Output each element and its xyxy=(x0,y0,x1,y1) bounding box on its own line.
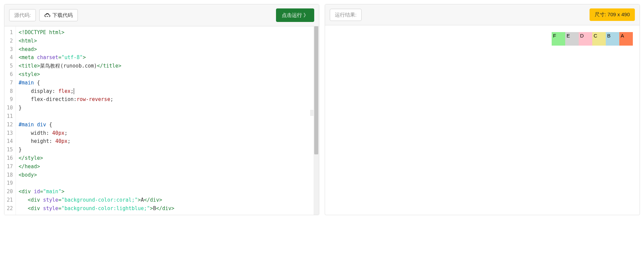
line-number: 15 xyxy=(6,146,13,154)
line-number: 14 xyxy=(6,137,13,146)
line-number: 6 xyxy=(6,70,13,79)
result-panel-header: 运行结果: 尺寸: 709 x 490 xyxy=(325,4,640,25)
code-line[interactable]: } xyxy=(19,146,316,154)
code-editor[interactable]: 12345678910111213141516171819202122 <!DO… xyxy=(4,26,319,215)
line-number: 12 xyxy=(6,121,13,129)
code-line[interactable]: height: 40px; xyxy=(19,137,316,146)
line-number: 4 xyxy=(6,53,13,62)
line-number: 10 xyxy=(6,104,13,112)
line-number: 9 xyxy=(6,95,13,104)
code-line[interactable]: } xyxy=(19,104,316,112)
code-line[interactable]: <!DOCTYPE html> xyxy=(19,28,316,37)
line-number: 22 xyxy=(6,204,13,213)
run-button[interactable]: 点击运行 》 xyxy=(276,8,314,22)
result-body: ABCDEF xyxy=(325,25,640,215)
flex-item: A xyxy=(619,32,633,46)
size-badge: 尺寸: 709 x 490 xyxy=(590,8,635,21)
size-prefix: 尺寸: xyxy=(595,11,607,17)
code-line[interactable]: </style> xyxy=(19,154,316,162)
flex-demo-container: ABCDEF xyxy=(332,32,633,46)
line-number: 3 xyxy=(6,45,13,54)
code-line[interactable]: <div id="main"> xyxy=(19,187,316,196)
source-panel: 源代码: 下载代码 点击运行 》 12345678910111213141516… xyxy=(4,4,319,215)
code-area[interactable]: <!DOCTYPE html><html><head><meta charset… xyxy=(16,26,319,215)
code-line[interactable]: </head> xyxy=(19,162,316,171)
code-line[interactable]: <div style="background-color:coral;">A</… xyxy=(19,196,316,204)
code-line[interactable]: <title>菜鸟教程(runoob.com)</title> xyxy=(19,62,316,70)
line-number: 11 xyxy=(6,112,13,121)
result-panel: 运行结果: 尺寸: 709 x 490 ABCDEF xyxy=(325,4,640,215)
line-number: 2 xyxy=(6,37,13,45)
code-line[interactable]: <div style="background-color:lightblue;"… xyxy=(19,204,316,213)
flex-item: E xyxy=(565,32,579,46)
code-line[interactable]: display: flex; xyxy=(19,87,316,96)
line-number: 19 xyxy=(6,179,13,187)
code-line[interactable]: <meta charset="utf-8"> xyxy=(19,53,316,62)
result-label: 运行结果: xyxy=(330,9,362,21)
flex-item: D xyxy=(579,32,592,46)
flex-item: B xyxy=(606,32,619,46)
app-container: 源代码: 下载代码 点击运行 》 12345678910111213141516… xyxy=(4,4,640,215)
code-line[interactable]: <html> xyxy=(19,37,316,45)
code-line[interactable]: <head> xyxy=(19,45,316,54)
line-number: 8 xyxy=(6,87,13,96)
code-line[interactable]: #main { xyxy=(19,79,316,87)
line-gutter: 12345678910111213141516171819202122 xyxy=(4,26,16,215)
editor-scrollbar[interactable] xyxy=(314,26,319,215)
line-number: 18 xyxy=(6,171,13,179)
source-header-left: 源代码: 下载代码 xyxy=(9,9,78,21)
flex-item: C xyxy=(592,32,606,46)
code-line[interactable]: flex-direction:row-reverse; xyxy=(19,95,316,104)
code-line[interactable]: width: 40px; xyxy=(19,129,316,137)
code-line[interactable]: #main div { xyxy=(19,121,316,129)
line-number: 17 xyxy=(6,162,13,171)
line-number: 16 xyxy=(6,154,13,162)
cloud-download-icon xyxy=(44,13,50,18)
run-button-label: 点击运行 》 xyxy=(282,12,308,18)
line-number: 1 xyxy=(6,28,13,37)
scrollbar-thumb[interactable] xyxy=(314,26,318,154)
code-line[interactable] xyxy=(19,112,316,121)
line-number: 21 xyxy=(6,196,13,204)
source-label: 源代码: xyxy=(9,9,36,21)
code-line[interactable]: <body> xyxy=(19,171,316,179)
line-number: 5 xyxy=(6,62,13,70)
download-button-label: 下载代码 xyxy=(52,12,73,18)
code-line[interactable]: <style> xyxy=(19,70,316,79)
text-caret xyxy=(74,88,74,94)
size-value: 709 x 490 xyxy=(607,11,630,17)
code-line[interactable] xyxy=(19,179,316,187)
download-button[interactable]: 下载代码 xyxy=(39,9,78,21)
line-number: 7 xyxy=(6,79,13,87)
flex-item: F xyxy=(552,32,565,46)
splitter-handle[interactable] xyxy=(310,105,314,120)
source-panel-header: 源代码: 下载代码 点击运行 》 xyxy=(4,4,319,26)
line-number: 20 xyxy=(6,187,13,196)
line-number: 13 xyxy=(6,129,13,137)
